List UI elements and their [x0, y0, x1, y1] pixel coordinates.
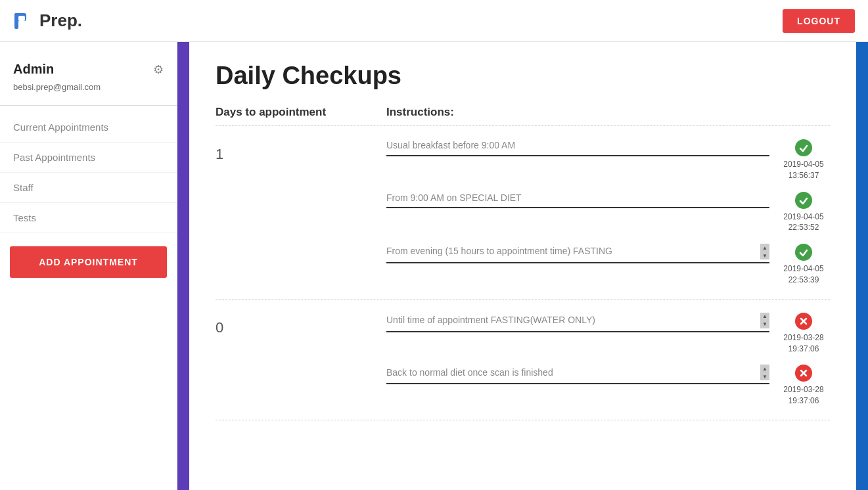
instr-text-area-2: From 9:00 AM on SPECIAL DIET — [386, 192, 769, 209]
instr-right-1: 2019-04-0513:56:37 — [777, 139, 830, 181]
instr-text-1: Usual breakfast before 9:00 AM — [386, 139, 769, 156]
right-blue-strip — [856, 42, 868, 490]
sidebar-username: Admin — [13, 62, 54, 77]
page-title: Daily Checkups — [216, 62, 830, 90]
sidebar-item-past-appointments[interactable]: Past Appointments — [0, 143, 177, 173]
instr-row-3: From evening (15 hours to appointment ti… — [386, 244, 830, 286]
main-content: Daily Checkups Days to appointment Instr… — [189, 42, 856, 490]
scroll-up-3[interactable]: ▲ — [760, 244, 769, 252]
scroll-widget-3[interactable]: ▲ ▼ — [760, 244, 769, 259]
instr-row-1: Usual breakfast before 9:00 AM 2019-04-0… — [386, 139, 830, 181]
checkup-table-header: Days to appointment Instructions: — [216, 106, 830, 126]
days-value-0: 0 — [216, 313, 386, 336]
logout-button[interactable]: LOGOUT — [783, 9, 855, 33]
row-group-day1: 1 Usual breakfast before 9:00 AM 2019-04… — [216, 126, 830, 300]
scroll-up-4[interactable]: ▲ — [760, 313, 769, 321]
status-icon-2 — [795, 192, 812, 209]
instr-text-content-3: From evening (15 hours to appointment ti… — [386, 245, 612, 258]
col-days-header: Days to appointment — [216, 106, 386, 119]
logo-area: Prep. — [13, 11, 82, 32]
sidebar-nav: Current Appointments Past Appointments S… — [0, 112, 177, 233]
instr-row-2: From 9:00 AM on SPECIAL DIET 2019-04-052… — [386, 192, 830, 234]
sidebar-divider — [177, 42, 189, 490]
instr-text-5: Back to normal diet once scan is finishe… — [386, 365, 769, 384]
status-icon-3 — [795, 244, 812, 261]
instructions-cell-1: Usual breakfast before 9:00 AM 2019-04-0… — [386, 139, 830, 286]
sidebar-email: bebsi.prep@gmail.com — [13, 82, 164, 92]
timestamp-2: 2019-04-0522:53:52 — [783, 212, 823, 234]
instr-text-area-4: Until time of appointment FASTING(WATER … — [386, 313, 769, 332]
sidebar-user: Admin ⚙ bebsi.prep@gmail.com — [0, 55, 177, 106]
scroll-down-3[interactable]: ▼ — [760, 252, 769, 259]
header: Prep. LOGOUT — [0, 0, 868, 42]
days-value-1: 1 — [216, 139, 386, 163]
instr-text-content-5: Back to normal diet once scan is finishe… — [386, 367, 553, 380]
instr-right-3: 2019-04-0522:53:39 — [777, 244, 830, 286]
logo-icon — [13, 11, 34, 32]
row-group-day0: 0 Until time of appointment FASTING(WATE… — [216, 300, 830, 420]
instr-row-4: Until time of appointment FASTING(WATER … — [386, 313, 830, 355]
add-appointment-button[interactable]: ADD APPOINTMENT — [10, 246, 167, 278]
instr-text-2: From 9:00 AM on SPECIAL DIET — [386, 192, 769, 209]
svg-rect-2 — [18, 16, 25, 21]
instr-text-area-1: Usual breakfast before 9:00 AM — [386, 139, 769, 156]
instr-text-4: Until time of appointment FASTING(WATER … — [386, 313, 769, 332]
timestamp-5: 2019-03-2819:37:06 — [783, 384, 823, 407]
scroll-down-5[interactable]: ▼ — [760, 372, 769, 380]
checkup-table: Days to appointment Instructions: 1 Usua… — [216, 106, 830, 420]
instr-text-area-5: Back to normal diet once scan is finishe… — [386, 365, 769, 384]
sidebar-item-staff[interactable]: Staff — [0, 173, 177, 203]
scroll-widget-4[interactable]: ▲ ▼ — [760, 313, 769, 328]
instr-text-area-3: From evening (15 hours to appointment ti… — [386, 244, 769, 263]
status-icon-5 — [795, 365, 812, 382]
timestamp-1: 2019-04-0513:56:37 — [783, 159, 823, 181]
status-icon-4 — [795, 313, 812, 330]
instr-text-content-4: Until time of appointment FASTING(WATER … — [386, 314, 595, 327]
scroll-down-4[interactable]: ▼ — [760, 321, 769, 328]
instr-right-4: 2019-03-2819:37:06 — [777, 313, 830, 355]
scroll-up-5[interactable]: ▲ — [760, 365, 769, 372]
logo-text: Prep. — [39, 11, 82, 31]
scroll-widget-5[interactable]: ▲ ▼ — [760, 365, 769, 380]
gear-icon[interactable]: ⚙ — [153, 62, 164, 77]
instr-text-3: From evening (15 hours to appointment ti… — [386, 244, 769, 263]
sidebar-user-name-row: Admin ⚙ — [13, 62, 164, 77]
timestamp-4: 2019-03-2819:37:06 — [783, 332, 823, 355]
instr-right-5: 2019-03-2819:37:06 — [777, 365, 830, 407]
sidebar-item-tests[interactable]: Tests — [0, 203, 177, 233]
status-icon-1 — [795, 139, 812, 156]
sidebar-item-current-appointments[interactable]: Current Appointments — [0, 112, 177, 143]
col-instructions-header: Instructions: — [386, 106, 830, 119]
instructions-cell-0: Until time of appointment FASTING(WATER … — [386, 313, 830, 407]
timestamp-3: 2019-04-0522:53:39 — [783, 263, 823, 286]
instr-right-2: 2019-04-0522:53:52 — [777, 192, 830, 234]
body-area: Admin ⚙ bebsi.prep@gmail.com Current App… — [0, 42, 868, 490]
sidebar: Admin ⚙ bebsi.prep@gmail.com Current App… — [0, 42, 177, 490]
instr-row-5: Back to normal diet once scan is finishe… — [386, 365, 830, 407]
